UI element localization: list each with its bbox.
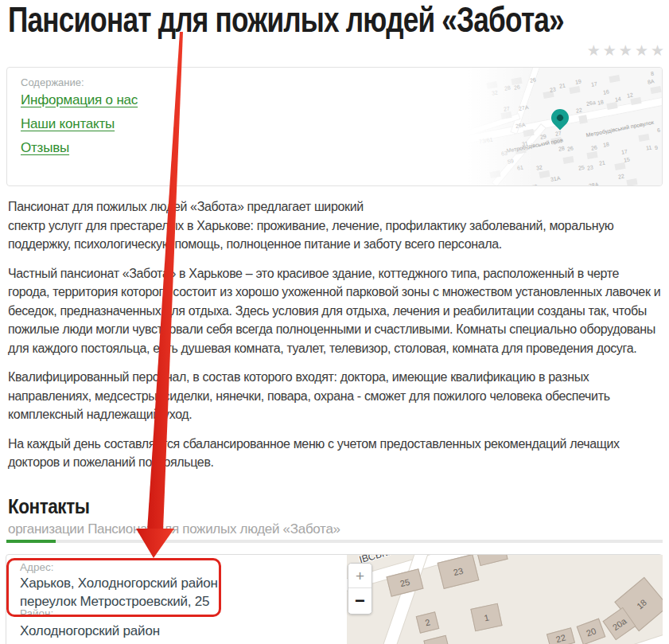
map-building-number: 6 xyxy=(656,127,660,134)
map-building xyxy=(476,555,508,566)
about-text: Пансионат для пожилых людей «Забота» пре… xyxy=(8,197,663,482)
page-title: Пансионат для пожилых людей «Забота» xyxy=(8,0,564,40)
toc-links: Информация о насНаши контактыОтзывы xyxy=(21,92,138,164)
map-building-number: 28 xyxy=(558,145,565,151)
star-icon[interactable]: ★ xyxy=(603,42,616,59)
map-building-number: 1 xyxy=(483,612,489,623)
district-value: Холодногорский район xyxy=(20,623,160,639)
map-building-number: 18 xyxy=(597,99,604,105)
contacts-heading: Контакты xyxy=(8,495,90,518)
map-building-number: 21 xyxy=(558,82,566,88)
map-building-number: 2 xyxy=(424,617,431,627)
map-building-number: 31А xyxy=(550,175,560,182)
map-building-number: 25 xyxy=(578,164,585,170)
toc-box: Содержание: Информация о насНаши контакт… xyxy=(6,67,663,186)
paragraph: Частный пансионат «Забота» в Харькове – … xyxy=(8,264,663,358)
page: Пансионат для пожилых людей «Забота» ★★★… xyxy=(0,0,669,644)
map-building: 2 xyxy=(416,611,440,633)
map-building-number: 23 xyxy=(549,86,556,92)
map-building: 1 xyxy=(470,603,502,632)
map-zoom-controls: + − xyxy=(348,563,372,615)
map-building-number: 14 xyxy=(614,96,621,102)
map-building-number: 15 xyxy=(623,156,630,162)
map-fade-overlay xyxy=(468,68,535,185)
map-building-number: 26а xyxy=(585,100,596,107)
map-building-number: 32 xyxy=(535,164,543,170)
map-building-number: 18 xyxy=(635,597,648,611)
map-building-number: 11 xyxy=(645,144,651,150)
map-building xyxy=(423,635,449,644)
contacts-map[interactable]: 25 23 2 1 18 20a 20 22 xyxy=(347,555,663,644)
star-icon[interactable]: ★ xyxy=(651,42,664,59)
star-icon[interactable]: ★ xyxy=(635,42,648,59)
map-building-number: 9 xyxy=(654,145,658,151)
map-building: 22 xyxy=(546,627,575,644)
map-building-number: 8А xyxy=(647,78,655,84)
map-building-number: 8 xyxy=(650,71,654,77)
map-building-number: 17 xyxy=(620,148,628,154)
map-building-number: 17 xyxy=(590,80,597,87)
map-building-number: 20 xyxy=(585,626,597,638)
star-icon[interactable]: ★ xyxy=(619,42,632,59)
toc-link[interactable]: Информация о нас xyxy=(21,92,138,108)
zoom-out-button[interactable]: − xyxy=(348,588,371,613)
map-building-number: 22 xyxy=(575,107,582,113)
map-building-number: 19 xyxy=(574,78,581,84)
contacts-subheading: организации Пансионат для пожилых людей … xyxy=(8,521,340,537)
map-building-number: 28А xyxy=(588,181,598,185)
paragraph: На каждый день составляется сбалансирова… xyxy=(8,435,663,472)
paragraph: Квалифицированный персонал, в состав кот… xyxy=(8,368,663,424)
paragraph: Пансионат для пожилых людей «Забота» пре… xyxy=(8,197,663,254)
map-building: 20 xyxy=(577,619,606,644)
map-building-number: 22 xyxy=(617,173,624,179)
map-building-number: 16 xyxy=(602,88,609,95)
map-building-number: 18 xyxy=(602,141,609,147)
map-building-number: 20a xyxy=(611,615,628,631)
map-building-number: 23 xyxy=(453,566,465,578)
map-building-number: 29 xyxy=(539,133,546,139)
map-buildings: 25 23 2 1 18 20a 20 22 xyxy=(347,555,663,644)
map-building-number: 26 xyxy=(590,144,597,150)
map-building-number: 23 xyxy=(586,164,593,170)
map-thumbnail[interactable]: 32282626232119171626а18141288А62727А26А2… xyxy=(468,68,662,185)
address-highlight-annotation xyxy=(6,558,221,617)
map-building-number: 26 xyxy=(566,145,574,151)
section-divider xyxy=(6,540,663,543)
map-building-number: 25 xyxy=(399,577,411,589)
divider-accent xyxy=(6,540,56,543)
rating-stars: ★★★★★ xyxy=(585,41,664,60)
map-building-number: 21 xyxy=(598,159,605,166)
map-building: 25 xyxy=(386,568,423,596)
toc-link[interactable]: Наши контакты xyxy=(21,116,138,132)
map-building: 23 xyxy=(438,555,480,589)
zoom-in-button[interactable]: + xyxy=(348,564,371,588)
map-building-number: 27 xyxy=(554,130,562,136)
star-icon[interactable]: ★ xyxy=(587,42,601,59)
map-building-number: 22 xyxy=(555,633,567,644)
toc-label: Содержание: xyxy=(21,76,84,88)
map-building-number: 12 xyxy=(626,92,633,98)
toc-link[interactable]: Отзывы xyxy=(21,140,138,156)
